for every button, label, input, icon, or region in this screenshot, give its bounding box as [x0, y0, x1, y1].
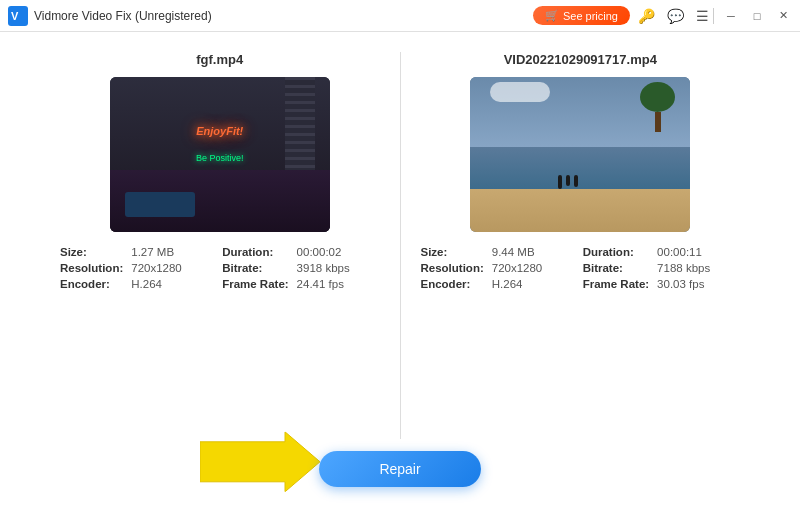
left-resolution-label: Resolution: [60, 262, 123, 274]
right-duration-value: 00:00:11 [657, 246, 740, 258]
titlebar-icons: 🔑 💬 ☰ [638, 8, 709, 24]
left-duration-value: 00:00:02 [297, 246, 380, 258]
right-video-thumbnail[interactable] [470, 77, 690, 232]
see-pricing-button[interactable]: 🛒 See pricing [533, 6, 630, 25]
minimize-button[interactable]: ─ [722, 7, 740, 25]
titlebar-divider [713, 8, 714, 24]
left-bitrate-label: Bitrate: [222, 262, 288, 274]
left-encoder-label: Encoder: [60, 278, 123, 290]
svg-marker-2 [200, 432, 320, 492]
repair-button[interactable]: Repair [319, 451, 480, 487]
window-controls: ─ □ ✕ [722, 7, 792, 25]
right-framerate-value: 30.03 fps [657, 278, 740, 290]
right-size-label: Size: [421, 246, 484, 258]
close-button[interactable]: ✕ [774, 7, 792, 25]
right-encoder-label: Encoder: [421, 278, 484, 290]
cart-icon: 🛒 [545, 9, 559, 22]
maximize-button[interactable]: □ [748, 7, 766, 25]
left-size-label: Size: [60, 246, 123, 258]
right-video-panel: VID20221029091717.mp4 [401, 52, 761, 439]
right-video-info: Size: 9.44 MB Duration: 00:00:11 Resolut… [421, 246, 741, 290]
left-duration-label: Duration: [222, 246, 288, 258]
menu-icon[interactable]: ☰ [696, 8, 709, 24]
right-encoder-value: H.264 [492, 278, 575, 290]
right-bitrate-value: 7188 kbps [657, 262, 740, 274]
left-video-panel: fgf.mp4 EnjoyFit! Be Positive! Size: 1.2… [40, 52, 401, 439]
bottom-section: Repair [40, 439, 760, 495]
left-framerate-value: 24.41 fps [297, 278, 380, 290]
left-bitrate-value: 3918 kbps [297, 262, 380, 274]
left-video-info: Size: 1.27 MB Duration: 00:00:02 Resolut… [60, 246, 380, 290]
key-icon[interactable]: 🔑 [638, 8, 655, 24]
videos-section: fgf.mp4 EnjoyFit! Be Positive! Size: 1.2… [40, 52, 760, 439]
right-framerate-label: Frame Rate: [583, 278, 649, 290]
titlebar: V Vidmore Video Fix (Unregistered) 🛒 See… [0, 0, 800, 32]
left-video-title: fgf.mp4 [60, 52, 380, 67]
left-resolution-value: 720x1280 [131, 262, 214, 274]
right-duration-label: Duration: [583, 246, 649, 258]
right-bitrate-label: Bitrate: [583, 262, 649, 274]
left-framerate-label: Frame Rate: [222, 278, 288, 290]
main-content: fgf.mp4 EnjoyFit! Be Positive! Size: 1.2… [0, 32, 800, 511]
right-video-title: VID20221029091717.mp4 [421, 52, 741, 67]
right-size-value: 9.44 MB [492, 246, 575, 258]
right-resolution-value: 720x1280 [492, 262, 575, 274]
repair-arrow [200, 432, 320, 496]
app-logo: V [8, 6, 28, 26]
left-encoder-value: H.264 [131, 278, 214, 290]
svg-text:V: V [11, 10, 19, 22]
right-resolution-label: Resolution: [421, 262, 484, 274]
left-size-value: 1.27 MB [131, 246, 214, 258]
chat-icon[interactable]: 💬 [667, 8, 684, 24]
app-title: Vidmore Video Fix (Unregistered) [34, 9, 533, 23]
left-video-thumbnail[interactable]: EnjoyFit! Be Positive! [110, 77, 330, 232]
